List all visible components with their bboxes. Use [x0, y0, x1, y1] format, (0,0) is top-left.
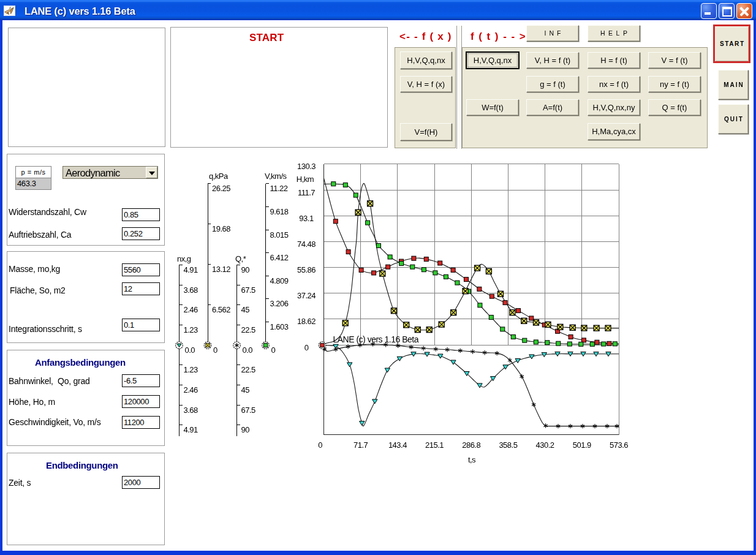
svg-text:H,km: H,km: [297, 175, 314, 184]
svg-text:67.5: 67.5: [241, 406, 256, 415]
svg-text:0: 0: [304, 343, 309, 352]
svg-text:4.91: 4.91: [184, 425, 198, 434]
svg-text:37.24: 37.24: [297, 291, 316, 300]
svg-text:1.23: 1.23: [184, 325, 198, 334]
svg-text:6.412: 6.412: [270, 253, 289, 262]
svg-text:6.562: 6.562: [212, 305, 230, 314]
svg-text:nx,g: nx,g: [177, 254, 191, 263]
svg-text:215.1: 215.1: [425, 440, 444, 450]
svg-text:358.5: 358.5: [499, 440, 517, 450]
svg-text:0: 0: [271, 345, 276, 355]
svg-text:71.7: 71.7: [353, 440, 368, 450]
svg-text:11.22: 11.22: [270, 184, 288, 193]
svg-text:18.62: 18.62: [297, 317, 316, 326]
svg-text:45: 45: [241, 385, 250, 395]
svg-text:3.68: 3.68: [184, 406, 198, 415]
svg-text:286.8: 286.8: [462, 440, 480, 450]
svg-text:4.809: 4.809: [270, 276, 289, 285]
svg-text:573.6: 573.6: [610, 440, 628, 450]
svg-text:74.48: 74.48: [297, 240, 316, 249]
svg-text:0.0: 0.0: [243, 345, 253, 355]
svg-text:67.5: 67.5: [241, 285, 256, 295]
svg-text:3.206: 3.206: [270, 299, 289, 308]
svg-text:2.46: 2.46: [184, 385, 198, 395]
svg-text:1.23: 1.23: [184, 365, 198, 374]
svg-text:501.9: 501.9: [573, 440, 591, 450]
svg-text:45: 45: [241, 305, 250, 314]
svg-text:Q,*: Q,*: [235, 254, 246, 263]
svg-text:0.0: 0.0: [185, 345, 195, 355]
svg-text:93.1: 93.1: [299, 214, 314, 223]
svg-text:430.2: 430.2: [536, 440, 554, 450]
svg-text:q,kPa: q,kPa: [209, 172, 229, 181]
svg-text:111.7: 111.7: [298, 188, 315, 197]
svg-text:t,s: t,s: [468, 455, 476, 464]
svg-text:4.91: 4.91: [184, 265, 198, 274]
svg-text:19.68: 19.68: [212, 224, 230, 233]
svg-text:1.603: 1.603: [270, 322, 289, 331]
svg-text:0: 0: [213, 345, 217, 355]
svg-text:V,km/s: V,km/s: [265, 172, 287, 181]
svg-text:22.5: 22.5: [241, 365, 256, 374]
svg-text:90: 90: [241, 425, 250, 434]
svg-text:0: 0: [318, 440, 322, 450]
svg-text:143.4: 143.4: [388, 440, 407, 450]
svg-text:LANE (c) vers 1.16 Beta: LANE (c) vers 1.16 Beta: [333, 334, 419, 344]
svg-text:130.3: 130.3: [297, 162, 316, 171]
svg-text:2.46: 2.46: [184, 305, 198, 314]
svg-text:22.5: 22.5: [241, 325, 256, 334]
svg-text:8.015: 8.015: [270, 230, 289, 240]
svg-text:13.12: 13.12: [212, 265, 230, 274]
svg-text:26.25: 26.25: [212, 184, 230, 193]
svg-text:9.618: 9.618: [270, 207, 289, 216]
svg-text:3.68: 3.68: [184, 285, 198, 295]
svg-text:90: 90: [241, 265, 250, 274]
svg-text:55.86: 55.86: [297, 265, 316, 274]
